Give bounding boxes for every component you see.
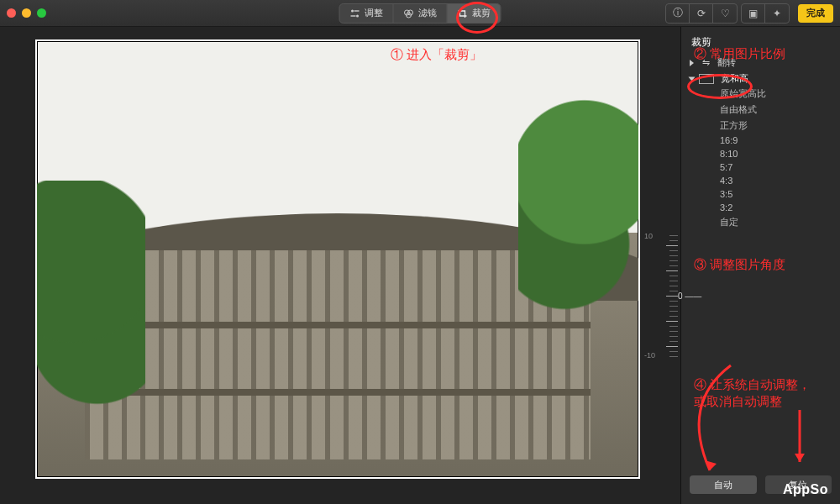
- tab-crop-label: 裁剪: [472, 7, 491, 19]
- ext-group: ▣ ✦: [741, 3, 790, 24]
- rotate-button[interactable]: ⟳: [690, 4, 713, 23]
- toolbar: 调整 滤镜 裁剪 ⓘ ⟳ ♡ ▣ ✦ 完成: [0, 0, 840, 27]
- rotate-icon: ⟳: [697, 8, 706, 19]
- svg-point-2: [356, 14, 359, 17]
- aspect-original[interactable]: 原始宽高比: [720, 87, 832, 101]
- tab-adjust[interactable]: 调整: [340, 4, 394, 23]
- zoom-window-button[interactable]: [37, 8, 46, 18]
- photo-trees-left: [35, 181, 145, 442]
- photo-slats: [85, 250, 590, 459]
- aspect-3-2[interactable]: 3:2: [720, 202, 832, 213]
- photo-floor-1: [85, 322, 590, 328]
- filter-icon: [404, 8, 414, 18]
- flip-label: 翻转: [717, 56, 736, 69]
- crop-handle-top-right[interactable]: [622, 39, 640, 57]
- aspect-ratio-icon: [699, 74, 714, 84]
- info-group: ⓘ ⟳ ♡: [665, 3, 738, 24]
- enhance-button[interactable]: ✦: [765, 4, 789, 23]
- minimize-window-button[interactable]: [22, 8, 31, 18]
- aspect-3-5[interactable]: 3:5: [720, 188, 832, 200]
- svg-rect-3: [351, 15, 356, 16]
- crop-handle-top-left[interactable]: [35, 39, 53, 57]
- main-area: 裁剪 ⇋ 翻转 宽和高 原始宽高比 自由格式 正方形 16:9 8:10 5:7…: [0, 27, 840, 504]
- aspect-header[interactable]: 宽和高: [690, 71, 832, 87]
- info-icon: ⓘ: [673, 6, 683, 20]
- favorite-button[interactable]: ♡: [713, 4, 737, 23]
- reset-button[interactable]: 复位: [765, 475, 832, 494]
- dial-center-label: 0 ——: [678, 291, 701, 301]
- wand-icon: ✦: [773, 8, 781, 19]
- photo-floor-2: [85, 389, 590, 396]
- aspect-square[interactable]: 正方形: [720, 118, 832, 133]
- svg-rect-1: [354, 10, 360, 11]
- info-button[interactable]: ⓘ: [666, 4, 690, 23]
- tab-filter[interactable]: 滤镜: [394, 4, 448, 23]
- sidebar: 裁剪 ⇋ 翻转 宽和高 原始宽高比 自由格式 正方形 16:9 8:10 5:7…: [680, 27, 840, 504]
- chevron-right-icon: [690, 60, 694, 66]
- aspect-header-label: 宽和高: [721, 72, 748, 85]
- aspect-freeform[interactable]: 自由格式: [720, 102, 832, 117]
- crop-handle-bottom[interactable]: [326, 475, 349, 479]
- aspect-8-10[interactable]: 8:10: [720, 148, 832, 160]
- extensions-button[interactable]: ▣: [742, 4, 765, 23]
- canvas-area: [0, 27, 680, 504]
- flip-icon: ⇋: [699, 57, 712, 68]
- photo-facade: [85, 250, 590, 459]
- window-traffic-lights: [7, 8, 46, 18]
- aspect-custom[interactable]: 自定: [720, 215, 832, 229]
- crop-photo[interactable]: [35, 39, 640, 479]
- sidebar-title: 裁剪: [691, 35, 832, 50]
- crop-handle-bottom-left[interactable]: [35, 461, 53, 479]
- aspect-5-7[interactable]: 5:7: [720, 161, 832, 173]
- tab-crop[interactable]: 裁剪: [448, 4, 501, 23]
- crop-icon: [458, 8, 468, 18]
- crop-handle-top[interactable]: [326, 39, 349, 44]
- tab-adjust-label: 调整: [365, 7, 383, 19]
- sliders-icon: [350, 8, 360, 18]
- aspect-16-9[interactable]: 16:9: [720, 134, 832, 146]
- chevron-down-icon: [689, 76, 696, 81]
- heart-icon: ♡: [721, 8, 730, 19]
- auto-button[interactable]: 自动: [690, 475, 757, 494]
- edit-mode-segmented: 调整 滤镜 裁剪: [339, 3, 501, 24]
- aspect-4-3[interactable]: 4:3: [720, 175, 832, 186]
- toolbar-right: ⓘ ⟳ ♡ ▣ ✦ 完成: [665, 3, 833, 24]
- svg-point-0: [351, 9, 354, 12]
- aspect-list: 原始宽高比 自由格式 正方形 16:9 8:10 5:7 4:3 3:5 3:2…: [720, 87, 832, 229]
- bottom-buttons: 自动 复位: [690, 475, 832, 494]
- done-button[interactable]: 完成: [798, 4, 833, 23]
- close-window-button[interactable]: [7, 8, 16, 18]
- flip-row[interactable]: ⇋ 翻转: [690, 55, 832, 71]
- tab-filter-label: 滤镜: [418, 7, 437, 19]
- extensions-icon: ▣: [748, 8, 758, 19]
- photo-trees-right: [518, 76, 640, 316]
- crop-handle-bottom-right[interactable]: [622, 461, 640, 479]
